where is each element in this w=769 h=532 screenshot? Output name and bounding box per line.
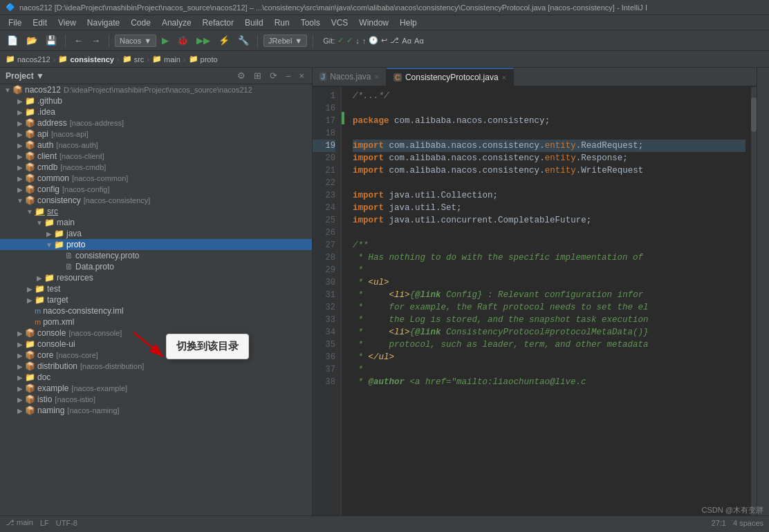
tree-item-istio[interactable]: ▶ 📦 istio [nacos-istio]	[0, 394, 312, 405]
tree-item-root[interactable]: ▼ 📦 nacos212 D:\ideaProject\mashibinProj…	[0, 84, 312, 95]
tree-item-test[interactable]: ▶ 📁 test	[0, 283, 312, 294]
arrow-config: ▶	[15, 186, 25, 193]
arrow-cmdb: ▶	[15, 164, 25, 171]
tree-item-doc[interactable]: ▶ 📁 doc	[0, 372, 312, 383]
toolbar-save[interactable]: 💾	[43, 34, 59, 47]
status-position[interactable]: 27:1	[712, 519, 726, 527]
tree-item-idea[interactable]: ▶ 📁 .idea	[0, 106, 312, 117]
nacos-run-dropdown[interactable]: Nacos ▼	[115, 35, 156, 47]
status-lf[interactable]: LF	[40, 519, 49, 527]
v-scrollbar[interactable]	[751, 87, 757, 515]
arrow-resources: ▶	[35, 274, 44, 282]
tree-item-consistency[interactable]: ▼ 📦 consistency [nacos-consistency]	[0, 195, 312, 206]
git-branch: ⎇	[390, 36, 399, 45]
menu-code[interactable]: Code	[125, 17, 156, 29]
label-address: address	[37, 118, 67, 128]
module-consistency: [nacos-consistency]	[84, 196, 151, 205]
module-console: [nacos-console]	[68, 329, 122, 337]
breadcrumb-consistency[interactable]: 📁 consistency	[58, 55, 114, 64]
panel-btn-gear[interactable]: ⚙	[235, 70, 248, 82]
module-icon-address: 📦	[25, 118, 35, 128]
label-resources: resources	[57, 273, 93, 283]
tree-item-iml[interactable]: ▶ m nacos-consistency.iml	[0, 305, 312, 316]
tree-item-common[interactable]: ▶ 📦 common [nacos-common]	[0, 173, 312, 184]
menu-window[interactable]: Window	[353, 17, 394, 29]
toolbar-open[interactable]: 📂	[24, 34, 40, 47]
toolbar-profile[interactable]: 🔧	[235, 34, 252, 47]
tab-close-nacos[interactable]: ×	[375, 73, 379, 81]
menu-help[interactable]: Help	[394, 17, 423, 29]
tree-item-data-proto[interactable]: ▶ 🗎 Data.proto	[0, 261, 312, 272]
dropdown-arrow2: ▼	[295, 37, 302, 45]
menu-view[interactable]: View	[53, 17, 82, 29]
menu-edit[interactable]: Edit	[27, 17, 53, 29]
panel-btn-layout[interactable]: ⊞	[252, 70, 263, 82]
tree-item-github[interactable]: ▶ 📁 .github	[0, 95, 312, 106]
toolbar-run2[interactable]: ▶▶	[194, 34, 213, 47]
tree-item-consistency-proto[interactable]: ▶ 🗎 consistency.proto	[0, 250, 312, 261]
menu-vcs[interactable]: VCS	[326, 17, 354, 29]
panel-btn-close[interactable]: ×	[297, 70, 306, 82]
folder-icon-resources: 📁	[44, 273, 55, 283]
editor-content: 1 16 17 18 19 20 21 22 23 24 25 26 27 28…	[313, 87, 757, 515]
tab-close-cp[interactable]: ×	[502, 73, 506, 82]
folder-icon-idea: 📁	[25, 107, 35, 117]
status-indent[interactable]: 4 spaces	[733, 519, 763, 527]
breadcrumb-main[interactable]: 📁 main	[152, 55, 180, 64]
tree-item-target[interactable]: ▶ 📁 target	[0, 294, 312, 305]
arrow-distribution: ▶	[15, 363, 25, 370]
watermark: CSDN @木有变胖	[702, 505, 763, 515]
v-scrollbar-thumb[interactable]	[751, 97, 757, 132]
tree-item-api[interactable]: ▶ 📦 api [nacos-api]	[0, 129, 312, 140]
menu-build[interactable]: Build	[239, 17, 269, 29]
panel-btn-sync[interactable]: ⟳	[268, 70, 279, 82]
breadcrumb-proto[interactable]: 📁 proto	[189, 55, 218, 64]
toolbar-back[interactable]: ←	[71, 34, 86, 47]
tab-consistency-protocol[interactable]: C ConsistencyProtocol.java ×	[387, 68, 514, 86]
tree-item-src[interactable]: ▼ 📁 src	[0, 206, 312, 217]
toolbar-new[interactable]: 📄	[4, 34, 21, 47]
git-icon3: 🕐	[369, 36, 378, 45]
tree-item-auth[interactable]: ▶ 📦 auth [nacos-auth]	[0, 140, 312, 151]
status-utf8[interactable]: UTF-8	[56, 519, 77, 527]
menu-analyze[interactable]: Analyze	[156, 17, 197, 29]
line-num-30: 30	[313, 276, 335, 289]
label-src: src	[47, 207, 58, 216]
tree-item-config[interactable]: ▶ 📦 config [nacos-config]	[0, 184, 312, 195]
tree-item-proto[interactable]: ▼ 📁 proto	[0, 239, 312, 250]
panel-btn-collapse[interactable]: –	[284, 70, 293, 82]
code-area[interactable]: /*...*/ package com.alibaba.nacos.consis…	[347, 87, 751, 515]
menu-file[interactable]: File	[3, 17, 27, 29]
tree-item-naming[interactable]: ▶ 📦 naming [nacos-naming]	[0, 405, 312, 416]
project-tree[interactable]: ▼ 📦 nacos212 D:\ideaProject\mashibinProj…	[0, 84, 312, 515]
toolbar-debug[interactable]: 🐞	[174, 34, 191, 47]
line-num-16: 16	[313, 102, 335, 115]
tree-item-resources[interactable]: ▶ 📁 resources	[0, 272, 312, 283]
tab-nacos-java[interactable]: J Nacos.java ×	[313, 68, 387, 86]
module-icon-example: 📦	[25, 383, 35, 393]
jrebel-dropdown[interactable]: JRebel ▼	[263, 35, 307, 47]
toolbar-forward[interactable]: →	[89, 34, 103, 47]
menu-run[interactable]: Run	[269, 17, 295, 29]
code-line-38: * @author <a href="mailto:liaochuntao@li…	[353, 376, 745, 388]
status-branch[interactable]: ⎇ main	[6, 518, 33, 527]
label-config: config	[37, 184, 59, 194]
toolbar-coverage[interactable]: ⚡	[216, 34, 232, 47]
tree-item-java[interactable]: ▶ 📁 java	[0, 228, 312, 239]
folder-icon-src: 📁	[122, 55, 132, 64]
menu-refactor[interactable]: Refactor	[197, 17, 239, 29]
arrow-istio: ▶	[15, 396, 25, 403]
toolbar-run[interactable]: ▶	[159, 34, 172, 47]
tree-item-example[interactable]: ▶ 📦 example [nacos-example]	[0, 383, 312, 394]
menu-navigate[interactable]: Navigate	[82, 17, 125, 29]
breadcrumb-src[interactable]: 📁 src	[122, 55, 145, 64]
annotation-text: 切换到该目录	[176, 340, 239, 352]
tree-item-main[interactable]: ▼ 📁 main	[0, 217, 312, 228]
menu-tools[interactable]: Tools	[295, 17, 326, 29]
tree-item-cmdb[interactable]: ▶ 📦 cmdb [nacos-cmdb]	[0, 162, 312, 173]
breadcrumb-nacos212[interactable]: 📁 nacos212	[6, 55, 50, 64]
tree-item-client[interactable]: ▶ 📦 client [nacos-client]	[0, 151, 312, 162]
tree-item-address[interactable]: ▶ 📦 address [nacos-address]	[0, 117, 312, 129]
folder-icon-target: 📁	[35, 295, 45, 305]
tab-icon-nacos: J	[319, 73, 326, 81]
